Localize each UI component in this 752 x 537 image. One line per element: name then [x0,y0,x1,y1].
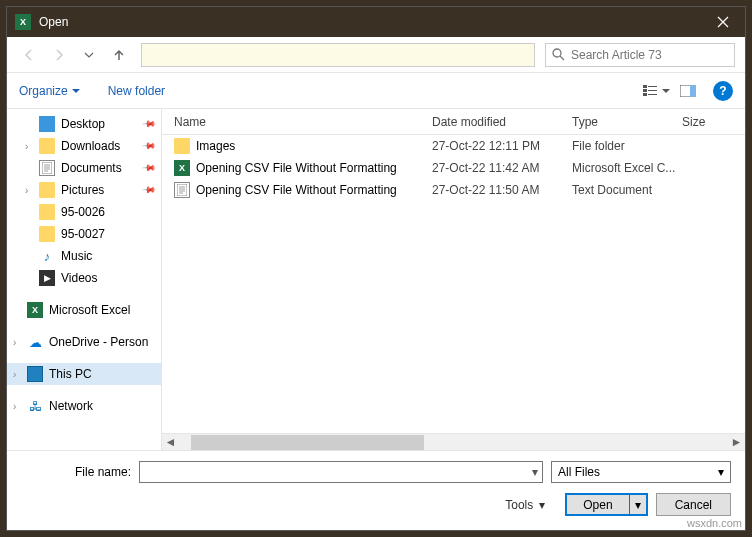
pin-icon: 📌 [142,183,157,198]
tree-item-label: Videos [61,271,97,285]
desktop-icon [39,116,55,132]
column-name[interactable]: Name [174,115,432,129]
close-button[interactable] [700,7,745,37]
titlebar: X Open [7,7,745,37]
tree-item-onedrive---person[interactable]: ›☁OneDrive - Person [7,331,161,353]
tree-item-downloads[interactable]: ›Downloads📌 [7,135,161,157]
file-type-filter[interactable]: All Files ▾ [551,461,731,483]
window-title: Open [39,15,700,29]
chevron-down-icon[interactable]: ▾ [532,465,538,479]
new-folder-button[interactable]: New folder [108,84,165,98]
svg-rect-8 [690,85,696,97]
tree-item-95-0027[interactable]: 95-0027 [7,223,161,245]
expand-icon[interactable]: › [13,369,16,380]
pin-icon: 📌 [142,139,157,154]
tree-item-95-0026[interactable]: 95-0026 [7,201,161,223]
file-name: Opening CSV File Without Formatting [196,183,432,197]
up-button[interactable] [107,43,131,67]
folder-icon [39,226,55,242]
open-label: Open [567,495,629,514]
filename-input[interactable]: ▾ [139,461,543,483]
expand-icon[interactable]: › [13,337,16,348]
tree-item-label: Network [49,399,93,413]
help-button[interactable]: ? [713,81,733,101]
preview-pane-button[interactable] [673,79,703,103]
file-row[interactable]: Opening CSV File Without Formatting27-Oc… [162,179,745,201]
svg-rect-9 [42,162,52,174]
file-pane: Name Date modified Type Size Images27-Oc… [162,109,745,450]
recent-dropdown[interactable] [77,43,101,67]
excel-icon: X [27,302,43,318]
arrow-left-icon [22,48,36,62]
expand-icon[interactable]: › [25,141,28,152]
scroll-left-icon[interactable]: ◄ [162,434,179,451]
svg-rect-3 [643,93,647,96]
file-row[interactable]: XOpening CSV File Without Formatting27-O… [162,157,745,179]
tree-item-desktop[interactable]: Desktop📌 [7,113,161,135]
pin-icon: 📌 [142,117,157,132]
toolbar: Organize New folder ? [7,73,745,109]
file-list[interactable]: Images27-Oct-22 12:11 PMFile folderXOpen… [162,135,745,433]
file-date: 27-Oct-22 11:50 AM [432,183,572,197]
tree-item-music[interactable]: ♪Music [7,245,161,267]
organize-label: Organize [19,84,68,98]
file-name: Opening CSV File Without Formatting [196,161,432,175]
svg-rect-2 [643,89,647,92]
search-input[interactable] [571,48,728,62]
address-bar[interactable] [141,43,535,67]
svg-rect-1 [643,85,647,88]
tree-item-videos[interactable]: ▶Videos [7,267,161,289]
horizontal-scrollbar[interactable]: ◄ ► [162,433,745,450]
open-dropdown[interactable]: ▾ [630,498,646,512]
tree-item-label: OneDrive - Person [49,335,148,349]
watermark: wsxdn.com [687,517,742,529]
pin-icon: 📌 [142,161,157,176]
file-row[interactable]: Images27-Oct-22 12:11 PMFile folder [162,135,745,157]
folder-icon [39,182,55,198]
expand-icon[interactable]: › [13,401,16,412]
scroll-thumb[interactable] [191,435,424,450]
chevron-down-icon [72,87,80,95]
view-mode-button[interactable] [641,79,671,103]
tree-item-label: This PC [49,367,92,381]
open-button[interactable]: Open ▾ [565,493,647,516]
tree-item-label: 95-0027 [61,227,105,241]
column-headers[interactable]: Name Date modified Type Size [162,109,745,135]
chevron-down-icon [84,50,94,60]
file-type: Text Document [572,183,682,197]
svg-rect-6 [648,94,657,95]
scroll-right-icon[interactable]: ► [728,434,745,451]
tree-item-network[interactable]: ›🖧Network [7,395,161,417]
tools-menu[interactable]: Tools ▾ [505,498,545,512]
file-date: 27-Oct-22 12:11 PM [432,139,572,153]
chevron-down-icon [662,87,670,95]
chevron-down-icon[interactable]: ▾ [718,465,724,479]
search-box[interactable] [545,43,735,67]
file-name: Images [196,139,432,153]
svg-rect-5 [648,90,657,91]
forward-button[interactable] [47,43,71,67]
tree-item-documents[interactable]: Documents📌 [7,157,161,179]
list-view-icon [643,85,659,97]
navigation-tree[interactable]: Desktop📌›Downloads📌Documents📌›Pictures📌9… [7,109,162,450]
tree-item-microsoft-excel[interactable]: XMicrosoft Excel [7,299,161,321]
doc-icon [174,182,190,198]
back-button[interactable] [17,43,41,67]
cloud-icon: ☁ [27,334,43,350]
column-size[interactable]: Size [682,115,745,129]
column-date[interactable]: Date modified [432,115,572,129]
tools-label: Tools [505,498,533,512]
expand-icon[interactable]: › [25,185,28,196]
nav-bar [7,37,745,73]
tree-item-this-pc[interactable]: ›This PC [7,363,161,385]
network-icon: 🖧 [27,398,43,414]
folder-icon [39,204,55,220]
file-date: 27-Oct-22 11:42 AM [432,161,572,175]
close-icon [717,16,729,28]
column-type[interactable]: Type [572,115,682,129]
tree-item-pictures[interactable]: ›Pictures📌 [7,179,161,201]
svg-point-0 [553,49,561,57]
cancel-button[interactable]: Cancel [656,493,731,516]
organize-menu[interactable]: Organize [19,84,80,98]
tree-item-label: 95-0026 [61,205,105,219]
